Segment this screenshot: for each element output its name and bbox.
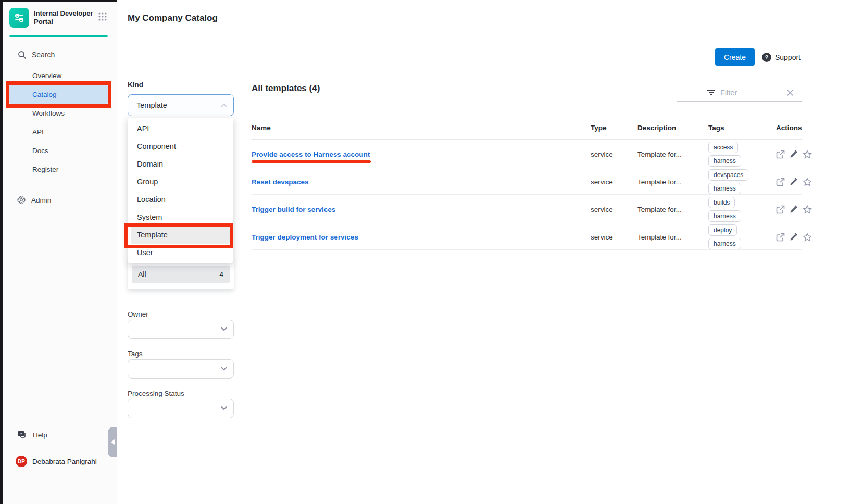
cell-tags: builds harness (708, 195, 776, 224)
sidebar-item-docs[interactable]: Docs (0, 141, 117, 160)
cell-type: service (591, 206, 637, 213)
edit-pencil-icon[interactable] (790, 178, 798, 186)
cell-type: service (591, 178, 637, 186)
cell-description: Template for... (637, 150, 708, 158)
tag-chip: harness (708, 183, 741, 194)
create-button[interactable]: Create (715, 48, 755, 66)
sidebar-divider (9, 420, 108, 420)
page-title: My Company Catalog (128, 13, 218, 23)
tag-chip: harness (708, 238, 741, 249)
cell-description: Template for... (637, 233, 708, 241)
open-external-icon[interactable] (776, 205, 785, 214)
edit-pencil-icon[interactable] (790, 205, 798, 214)
sidebar: Internal Developer Portal Search Overvie… (0, 0, 117, 504)
table-row: Trigger build for services service Templ… (252, 195, 802, 222)
search-icon (18, 51, 27, 59)
cell-actions (776, 205, 817, 214)
star-icon[interactable] (803, 178, 812, 186)
open-external-icon[interactable] (776, 150, 785, 159)
brand-accent-rule (9, 35, 108, 37)
kind-option-template[interactable]: Template (131, 226, 230, 244)
sidebar-item-admin[interactable]: Admin (0, 191, 117, 209)
col-tags[interactable]: Tags (708, 124, 776, 132)
kind-all-label: All (138, 270, 146, 279)
table-row: Reset devspaces service Template for... … (252, 167, 802, 195)
cell-actions (776, 233, 817, 242)
window-edge-top (0, 0, 117, 2)
filter-icon (707, 90, 715, 96)
support-label: Support (775, 53, 801, 61)
sidebar-item-api[interactable]: API (0, 122, 117, 141)
template-link[interactable]: Reset devspaces (252, 178, 309, 186)
chevron-down-icon (221, 406, 227, 410)
support-button[interactable]: ? Support (762, 53, 801, 62)
kind-count-card: All 4 (128, 259, 234, 289)
table-filter (677, 84, 802, 102)
admin-label: Admin (31, 196, 51, 204)
template-link[interactable]: Provide access to Harness account (252, 150, 370, 158)
kind-option-component[interactable]: Component (131, 137, 230, 155)
tag-chip: harness (708, 155, 741, 167)
main-content: My Company Catalog Create ? Support Kind… (117, 0, 863, 504)
cell-type: service (591, 233, 637, 241)
cell-description: Template for... (637, 206, 708, 213)
sidebar-item-catalog[interactable]: Catalog (9, 85, 108, 104)
sidebar-item-workflows[interactable]: Workflows (0, 104, 117, 122)
kind-option-user[interactable]: User (131, 244, 230, 261)
idp-logo-icon (9, 8, 29, 28)
user-name: Debabrata Panigrahi (32, 458, 97, 465)
chevron-down-icon (221, 327, 227, 331)
chevron-up-icon (221, 103, 227, 107)
open-external-icon[interactable] (776, 178, 785, 186)
question-circle-icon: ? (762, 53, 771, 62)
sidebar-item-help[interactable]: ? Help (0, 427, 117, 443)
kind-label: Kind (128, 81, 143, 89)
col-name[interactable]: Name (252, 124, 591, 132)
clear-filter-icon[interactable] (786, 89, 794, 96)
filter-input[interactable] (720, 89, 783, 97)
template-link[interactable]: Trigger build for services (252, 206, 335, 213)
kind-option-system[interactable]: System (131, 208, 230, 226)
star-icon[interactable] (803, 205, 812, 214)
sidebar-item-register[interactable]: Register (0, 160, 117, 179)
sidebar-search[interactable]: Search (0, 47, 117, 62)
gear-icon (17, 196, 26, 204)
sidebar-item-overview[interactable]: Overview (0, 66, 117, 85)
search-label: Search (32, 51, 55, 59)
edit-pencil-icon[interactable] (790, 233, 798, 242)
kind-option-domain[interactable]: Domain (131, 155, 230, 173)
page-header: My Company Catalog (117, 0, 863, 36)
processing-status-select[interactable] (128, 399, 234, 418)
table-row: Provide access to Harness account servic… (252, 140, 802, 167)
templates-table: All templates (4) Name Type Description … (252, 83, 802, 250)
sidebar-nav: Overview Catalog Workflows API Docs Regi… (0, 66, 117, 179)
tags-label: Tags (128, 350, 143, 358)
col-type[interactable]: Type (591, 124, 637, 132)
window-edge-left (0, 0, 3, 504)
cell-actions (776, 178, 817, 186)
edit-pencil-icon[interactable] (790, 150, 798, 159)
tag-chip: builds (708, 197, 735, 208)
col-description[interactable]: Description (637, 124, 708, 132)
apps-grid-icon[interactable] (97, 11, 108, 24)
cell-tags: access harness (708, 140, 776, 169)
kind-select[interactable]: Template (128, 94, 234, 116)
user-menu[interactable]: DP Debabrata Panigrahi (0, 454, 117, 469)
star-icon[interactable] (803, 233, 812, 242)
tag-chip: deploy (708, 224, 737, 236)
kind-option-location[interactable]: Location (131, 191, 230, 208)
kind-option-group[interactable]: Group (131, 173, 230, 191)
tags-select[interactable] (128, 359, 234, 379)
owner-select[interactable] (128, 320, 234, 339)
kind-all-row[interactable]: All 4 (132, 266, 230, 283)
kind-option-api[interactable]: API (131, 120, 230, 137)
owner-label: Owner (128, 310, 148, 318)
chevron-left-icon (108, 439, 115, 445)
svg-text:?: ? (20, 432, 22, 436)
help-chat-icon: ? (17, 431, 27, 439)
template-link[interactable]: Trigger deployment for services (252, 233, 358, 241)
sidebar-collapse-handle[interactable] (108, 427, 117, 457)
star-icon[interactable] (803, 150, 812, 159)
cell-tags: devspaces harness (708, 167, 776, 196)
open-external-icon[interactable] (776, 233, 785, 242)
